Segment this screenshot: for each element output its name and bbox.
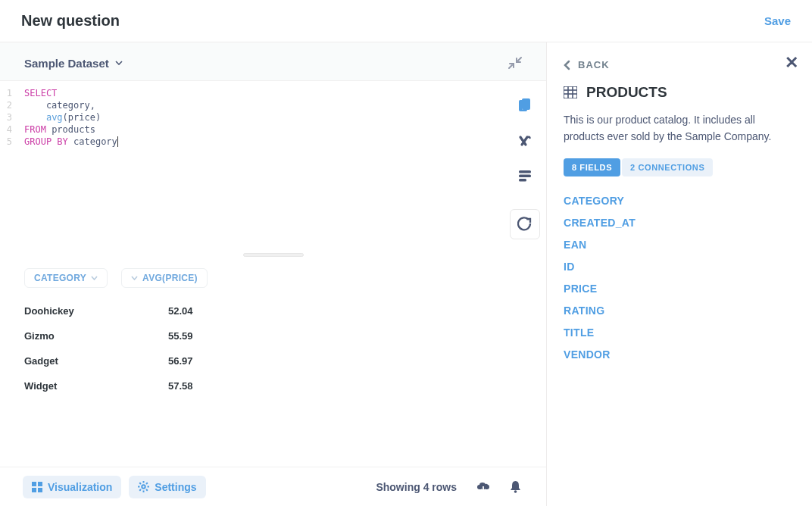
- panel-tabs: 8 FIELDS 2 CONNECTIONS: [564, 158, 795, 176]
- database-label: Sample Dataset: [24, 57, 109, 70]
- field-item-category[interactable]: CATEGORY: [564, 195, 795, 207]
- database-selector[interactable]: Sample Dataset: [24, 57, 123, 70]
- database-bar: Sample Dataset: [0, 42, 546, 80]
- contract-icon[interactable]: [508, 56, 522, 70]
- sql-editor[interactable]: 1 2 3 4 5 SELECT category, avg(price) FR…: [0, 80, 546, 253]
- chevron-left-icon: [564, 60, 570, 70]
- gear-icon: [138, 481, 149, 492]
- svg-rect-6: [32, 482, 36, 486]
- workspace: Sample Dataset 1 2 3 4 5 SELECT category…: [0, 42, 812, 506]
- chevron-down-icon: [115, 61, 123, 65]
- data-reference-button[interactable]: [517, 98, 533, 114]
- svg-rect-2: [522, 98, 530, 110]
- svg-line-17: [146, 483, 148, 484]
- chevron-down-icon: [131, 276, 138, 280]
- snippets-button[interactable]: [517, 167, 533, 184]
- grid-icon: [32, 482, 42, 492]
- svg-rect-3: [519, 170, 531, 173]
- results-table: Doohickey 52.04 Gizmo 55.59 Gadget 56.97…: [0, 294, 546, 403]
- column-header-avg-price[interactable]: AVG(PRICE): [121, 268, 208, 288]
- close-button[interactable]: ✕: [785, 53, 798, 73]
- table-row[interactable]: Gadget 56.97: [24, 348, 522, 373]
- drag-handle-icon: [243, 253, 304, 257]
- download-button[interactable]: [475, 479, 492, 495]
- variables-button[interactable]: [517, 133, 533, 149]
- line-gutter: 1 2 3 4 5: [0, 81, 17, 253]
- save-button[interactable]: Save: [764, 14, 791, 27]
- table-row[interactable]: Gizmo 55.59: [24, 323, 522, 348]
- table-row[interactable]: Doohickey 52.04: [24, 298, 522, 323]
- column-header-category[interactable]: CATEGORY: [24, 268, 108, 288]
- panel-title: PRODUCTS: [564, 84, 795, 101]
- svg-rect-4: [519, 175, 531, 178]
- panel-description: This is our product catalog. It includes…: [564, 111, 776, 145]
- tab-fields[interactable]: 8 FIELDS: [564, 158, 620, 176]
- chevron-down-icon: [91, 276, 98, 280]
- main-panel: Sample Dataset 1 2 3 4 5 SELECT category…: [0, 42, 547, 506]
- page-title: New question: [21, 12, 120, 30]
- run-query-button[interactable]: [510, 209, 540, 239]
- field-list: CATEGORY CREATED_AT EAN ID PRICE RATING …: [564, 195, 795, 361]
- svg-line-18: [140, 489, 142, 491]
- results-columns: CATEGORY AVG(PRICE): [0, 259, 546, 294]
- field-item-price[interactable]: PRICE: [564, 283, 795, 295]
- reference-panel: ✕ BACK PRODUCTS This is our product cata…: [547, 42, 812, 506]
- bottom-bar: Visualization Settings Showing 4 rows: [0, 467, 546, 506]
- svg-rect-5: [519, 179, 526, 182]
- svg-rect-20: [564, 86, 577, 98]
- svg-rect-7: [38, 482, 42, 486]
- visualization-button[interactable]: Visualization: [23, 476, 121, 498]
- svg-line-16: [146, 489, 148, 491]
- field-item-title[interactable]: TITLE: [564, 326, 795, 339]
- settings-button[interactable]: Settings: [129, 476, 205, 498]
- page-header: New question Save: [0, 0, 812, 42]
- code-area[interactable]: SELECT category, avg(price) FROM product…: [17, 81, 504, 253]
- tab-connections[interactable]: 2 CONNECTIONS: [622, 158, 713, 176]
- row-count: Showing 4 rows: [376, 481, 457, 493]
- field-item-id[interactable]: ID: [564, 261, 795, 273]
- field-item-ean[interactable]: EAN: [564, 239, 795, 251]
- back-button[interactable]: BACK: [564, 59, 795, 70]
- table-icon: [564, 86, 577, 98]
- svg-rect-8: [32, 488, 36, 492]
- resize-divider[interactable]: [0, 253, 546, 259]
- svg-rect-9: [38, 488, 42, 492]
- field-item-created-at[interactable]: CREATED_AT: [564, 217, 795, 229]
- table-row[interactable]: Widget 57.58: [24, 373, 522, 398]
- svg-point-10: [142, 485, 145, 488]
- svg-line-15: [140, 483, 142, 484]
- svg-point-19: [514, 490, 517, 493]
- field-item-rating[interactable]: RATING: [564, 305, 795, 317]
- editor-actions: [504, 81, 546, 253]
- field-item-vendor[interactable]: VENDOR: [564, 348, 795, 361]
- alert-button[interactable]: [507, 479, 523, 495]
